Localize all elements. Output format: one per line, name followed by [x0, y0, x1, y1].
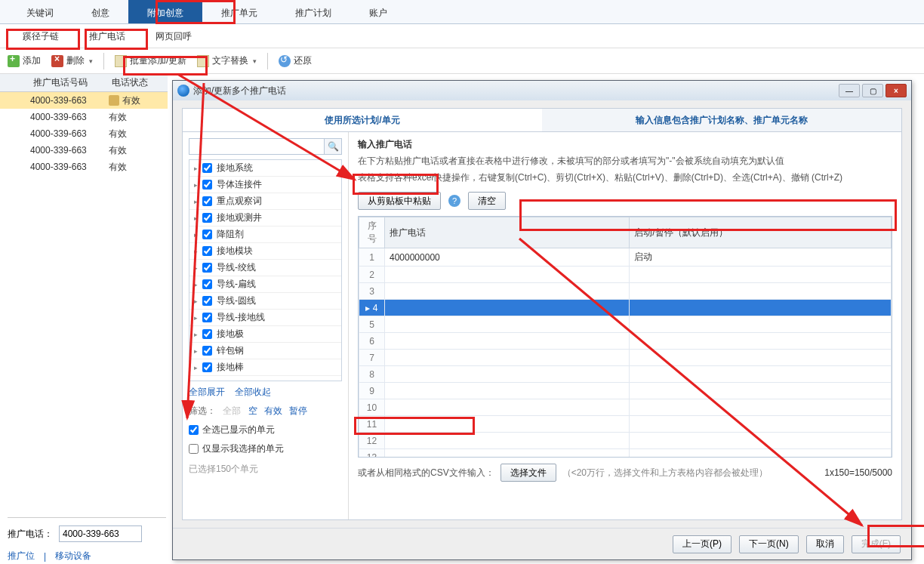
phone-row[interactable]: 4000-339-663有效 — [0, 159, 168, 175]
phone-input[interactable] — [59, 525, 142, 542]
expand-icon[interactable]: ▸ — [194, 198, 198, 205]
expand-icon[interactable]: ▸ — [194, 314, 198, 322]
row-status[interactable]: 启动 — [630, 248, 892, 267]
tree-item[interactable]: ▸接地系统 — [189, 160, 341, 177]
collapse-all-link[interactable]: 全部收起 — [235, 387, 271, 397]
row-status[interactable] — [630, 267, 892, 283]
unit-search-input[interactable] — [189, 138, 324, 155]
grid-row[interactable]: 7 — [359, 350, 892, 366]
tree-item[interactable]: ▸导线-绞线 — [189, 260, 341, 276]
row-phone[interactable] — [385, 316, 630, 333]
choose-file-button[interactable]: 选择文件 — [500, 464, 556, 482]
grid-row[interactable]: 11 — [359, 416, 892, 433]
tree-item[interactable]: ▸接地模块 — [189, 243, 341, 260]
row-phone[interactable] — [385, 449, 630, 458]
filter-valid[interactable]: 有效 — [264, 405, 282, 416]
grid-row[interactable]: 10 — [359, 399, 892, 416]
row-phone[interactable] — [385, 399, 630, 416]
col-phone[interactable]: 推广电话号码 — [30, 76, 109, 89]
cancel-button[interactable]: 取消 — [806, 535, 844, 553]
tab-extra-creative[interactable]: 附加创意 — [128, 0, 202, 23]
tree-checkbox[interactable] — [202, 230, 212, 239]
add-button[interactable]: 添加 — [8, 54, 41, 67]
tab-account[interactable]: 账户 — [350, 0, 406, 23]
grid-row[interactable]: 12 — [359, 433, 892, 449]
grid-row[interactable]: 8 — [359, 366, 892, 383]
tree-item[interactable]: ▸降阻剂 — [189, 227, 341, 243]
row-status[interactable] — [630, 333, 892, 350]
grid-row[interactable]: ▸ 4 — [359, 300, 892, 316]
grid-row[interactable]: 6 — [359, 333, 892, 350]
row-phone[interactable] — [385, 333, 630, 350]
row-status[interactable] — [630, 366, 892, 383]
expand-icon[interactable]: ▸ — [194, 181, 198, 189]
grid-row[interactable]: 2 — [359, 267, 892, 283]
tab-creative[interactable]: 创意 — [72, 0, 128, 23]
paste-button[interactable]: 从剪贴板中粘贴 — [358, 192, 441, 210]
col-index[interactable]: 序号 — [359, 217, 385, 248]
delete-button[interactable]: 删除 ▾ — [51, 54, 93, 67]
expand-icon[interactable]: ▸ — [194, 165, 198, 172]
subtab-phone[interactable]: 推广电话 — [74, 25, 140, 48]
row-phone[interactable] — [385, 416, 630, 433]
grid-row[interactable]: 13 — [359, 449, 892, 458]
row-status[interactable] — [630, 416, 892, 433]
tab-plan[interactable]: 推广计划 — [276, 0, 350, 23]
tree-checkbox[interactable] — [202, 329, 212, 339]
filter-paused[interactable]: 暂停 — [289, 405, 307, 416]
tree-item[interactable]: ▸重点观察词 — [189, 193, 341, 210]
mode-tab-selected[interactable]: 使用所选计划/单元 — [183, 109, 542, 131]
tree-checkbox[interactable] — [202, 196, 212, 206]
expand-icon[interactable]: ▸ — [194, 281, 198, 288]
expand-icon[interactable]: ▸ — [194, 364, 198, 371]
expand-icon[interactable]: ▸ — [194, 264, 198, 272]
grid-row[interactable]: 3 — [359, 283, 892, 300]
search-button[interactable]: 🔍 — [324, 138, 342, 155]
tree-checkbox[interactable] — [202, 213, 212, 223]
tree-checkbox[interactable] — [202, 263, 212, 273]
row-status[interactable] — [630, 383, 892, 399]
mode-tab-input[interactable]: 输入信息包含推广计划名称、推广单元名称 — [542, 109, 901, 131]
grid-row[interactable]: 9 — [359, 383, 892, 399]
tree-checkbox[interactable] — [202, 163, 212, 173]
col-status[interactable]: 启动/暂停（默认启用） — [630, 217, 892, 248]
tree-item[interactable]: ▸接地极 — [189, 326, 341, 343]
maximize-button[interactable]: ▢ — [862, 84, 883, 97]
row-phone[interactable] — [385, 267, 630, 283]
batch-button[interactable]: 批量添加/更新 — [115, 54, 186, 67]
tree-item[interactable]: ▸导线-扁线 — [189, 276, 341, 293]
expand-icon[interactable]: ▸ — [194, 331, 198, 338]
close-button[interactable]: × — [886, 84, 907, 97]
filter-all[interactable]: 全部 — [223, 405, 241, 416]
tree-checkbox[interactable] — [202, 362, 212, 372]
expand-all-link[interactable]: 全部展开 — [189, 387, 225, 397]
tree-item[interactable]: ▸锌包钢 — [189, 343, 341, 359]
tree-checkbox[interactable] — [202, 296, 212, 306]
filter-empty[interactable]: 空 — [248, 405, 257, 416]
phone-grid[interactable]: 序号 推广电话 启动/暂停（默认启用） 14000000000启动23▸ 456… — [358, 216, 892, 458]
tree-item[interactable]: ▸接地棒 — [189, 359, 341, 376]
row-phone[interactable] — [385, 300, 630, 316]
row-status[interactable] — [630, 433, 892, 449]
select-all-visible-checkbox[interactable] — [189, 425, 199, 435]
subtab-sitelinks[interactable]: 蹊径子链 — [8, 25, 74, 48]
only-selected-checkbox[interactable] — [189, 444, 199, 454]
unit-tree[interactable]: ▸接地系统▸导体连接件▸重点观察词▸接地观测井▸降阻剂▸接地模块▸导线-绞线▸导… — [189, 159, 342, 381]
help-icon[interactable]: ? — [448, 195, 460, 207]
tree-item[interactable]: ▸导体连接件 — [189, 177, 341, 193]
row-status[interactable] — [630, 350, 892, 366]
next-button[interactable]: 下一页(N) — [739, 535, 799, 553]
row-status[interactable] — [630, 283, 892, 300]
expand-icon[interactable]: ▸ — [194, 347, 198, 355]
expand-icon[interactable]: ▸ — [194, 231, 198, 239]
phone-row[interactable]: 4000-339-663有效 — [0, 109, 168, 125]
tree-checkbox[interactable] — [202, 313, 212, 322]
clear-button[interactable]: 清空 — [468, 192, 506, 210]
restore-button[interactable]: 还原 — [279, 54, 312, 67]
expand-icon[interactable]: ▸ — [194, 214, 198, 222]
replace-button[interactable]: 文字替换 ▾ — [197, 54, 257, 67]
expand-icon[interactable]: ▸ — [194, 297, 198, 305]
col-status[interactable]: 电话状态 — [109, 76, 162, 89]
titlebar[interactable]: 添加/更新多个推广电话 — ▢ × — [173, 81, 911, 100]
row-phone[interactable] — [385, 433, 630, 449]
